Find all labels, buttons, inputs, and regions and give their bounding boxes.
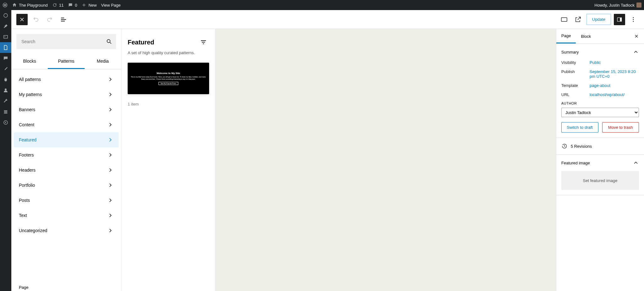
plus-icon xyxy=(81,3,86,8)
new-link[interactable]: New xyxy=(81,3,97,8)
admin-bar: The Playground 11 0 New View Page Howdy,… xyxy=(0,0,644,10)
new-label: New xyxy=(88,3,97,8)
site-link[interactable]: The Playground xyxy=(12,3,48,8)
wp-logo[interactable] xyxy=(3,3,8,8)
home-icon xyxy=(12,3,17,8)
site-name: The Playground xyxy=(19,3,48,8)
comments-count: 0 xyxy=(75,3,77,8)
svg-point-0 xyxy=(3,3,7,7)
wordpress-icon xyxy=(3,3,8,8)
howdy-link[interactable]: Howdy, Justin Tadlock xyxy=(595,3,641,8)
view-page-link[interactable]: View Page xyxy=(101,3,121,8)
comments-link[interactable]: 0 xyxy=(68,3,77,8)
refresh-count: 11 xyxy=(59,3,64,8)
refresh-icon xyxy=(52,3,57,8)
refresh-link[interactable]: 11 xyxy=(52,3,64,8)
avatar xyxy=(636,3,641,8)
comment-icon xyxy=(68,3,73,8)
